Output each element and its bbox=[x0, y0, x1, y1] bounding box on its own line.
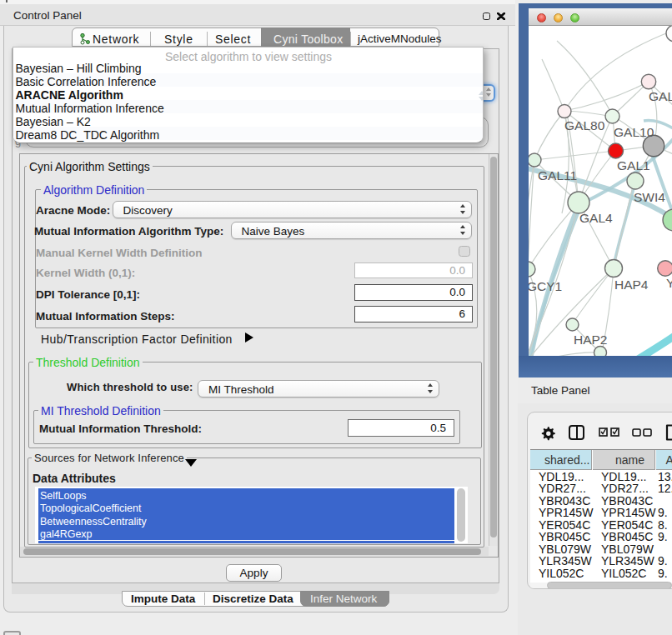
svg-text:GAL80: GAL80 bbox=[564, 118, 605, 132]
svg-text:GAL4: GAL4 bbox=[579, 211, 613, 225]
svg-text:GAL7: GAL7 bbox=[649, 89, 672, 103]
svg-text:SWI4: SWI4 bbox=[634, 190, 665, 204]
svg-text:GCY1: GCY1 bbox=[529, 279, 562, 293]
svg-text:GAL1: GAL1 bbox=[617, 158, 650, 172]
svg-text:GAL11: GAL11 bbox=[538, 168, 577, 182]
svg-text:HAP2: HAP2 bbox=[574, 332, 608, 347]
svg-text:HAP4: HAP4 bbox=[614, 278, 649, 292]
svg-text:Y: Y bbox=[666, 276, 672, 290]
svg-text:GAL10: GAL10 bbox=[614, 125, 654, 139]
